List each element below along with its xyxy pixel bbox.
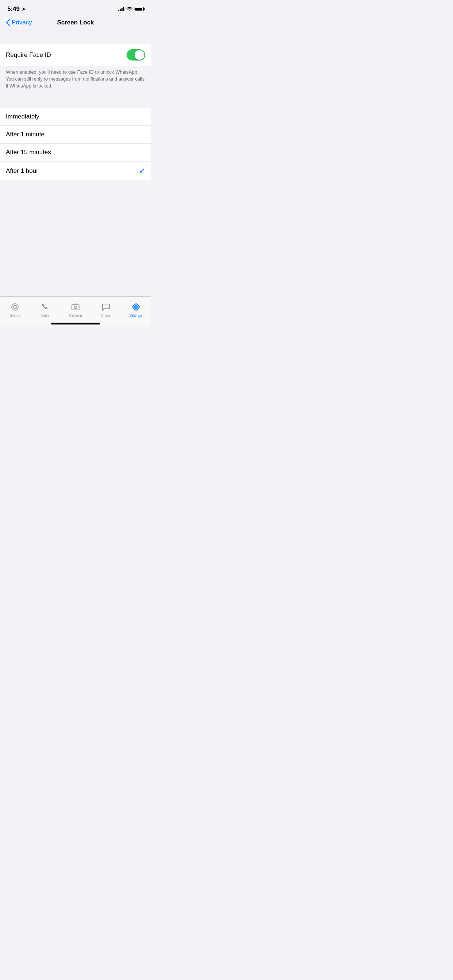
section-gap-middle [0, 95, 151, 108]
face-id-row: Require Face ID [0, 44, 151, 65]
lock-option-immediately[interactable]: Immediately [0, 108, 151, 126]
tab-chats[interactable]: Chats [95, 302, 117, 318]
checkmark-icon: ✓ [139, 167, 145, 175]
empty-space [0, 180, 151, 291]
lock-option-label: Immediately [6, 113, 39, 120]
status-bar: 5:49 ➤ [0, 0, 151, 16]
wifi-icon [126, 7, 132, 11]
face-id-label: Require Face ID [6, 51, 51, 59]
chats-tab-icon [100, 302, 111, 312]
tab-calls[interactable]: Calls [34, 302, 56, 318]
tab-camera[interactable]: Camera [65, 302, 86, 318]
face-id-toggle[interactable] [126, 49, 145, 60]
tab-settings[interactable]: Settings [125, 302, 147, 318]
toggle-knob [135, 50, 144, 60]
svg-point-2 [14, 306, 15, 307]
lock-option-1min[interactable]: After 1 minute [0, 126, 151, 144]
svg-rect-3 [72, 305, 79, 310]
back-button[interactable]: Privacy [6, 19, 32, 26]
camera-tab-icon [70, 302, 81, 312]
lock-option-label: After 1 minute [6, 131, 45, 138]
face-id-description-box: When enabled, you'll need to use Face ID… [0, 65, 151, 95]
content-area: Require Face ID When enabled, you'll nee… [0, 31, 151, 291]
lock-option-1hour[interactable]: After 1 hour ✓ [0, 162, 151, 180]
camera-tab-label: Camera [69, 313, 82, 318]
calls-tab-icon [40, 302, 50, 312]
status-icons [118, 7, 144, 11]
signal-icon [118, 7, 124, 11]
status-tab-label: Status [10, 313, 20, 318]
settings-tab-icon [131, 302, 141, 312]
page-title: Screen Lock [57, 19, 94, 26]
tab-bar: Status Calls Camera Chats [0, 296, 151, 327]
lock-option-label: After 15 minutes [6, 149, 51, 156]
calls-tab-label: Calls [41, 313, 49, 318]
home-indicator [51, 323, 100, 325]
navigation-bar: Privacy Screen Lock [0, 16, 151, 31]
lock-options-section: Immediately After 1 minute After 15 minu… [0, 108, 151, 180]
tab-status[interactable]: Status [4, 302, 26, 318]
chats-tab-label: Chats [101, 313, 110, 318]
status-tab-icon [10, 302, 20, 312]
status-time: 5:49 ➤ [7, 5, 26, 13]
settings-tab-label: Settings [129, 313, 143, 318]
face-id-section: Require Face ID [0, 44, 151, 65]
face-id-description: When enabled, you'll need to use Face ID… [6, 69, 144, 89]
location-arrow-icon: ➤ [22, 6, 26, 12]
lock-option-15min[interactable]: After 15 minutes [0, 144, 151, 162]
lock-option-label: After 1 hour [6, 167, 38, 175]
svg-point-4 [74, 306, 77, 309]
section-gap-top [0, 31, 151, 44]
battery-icon [135, 7, 144, 11]
